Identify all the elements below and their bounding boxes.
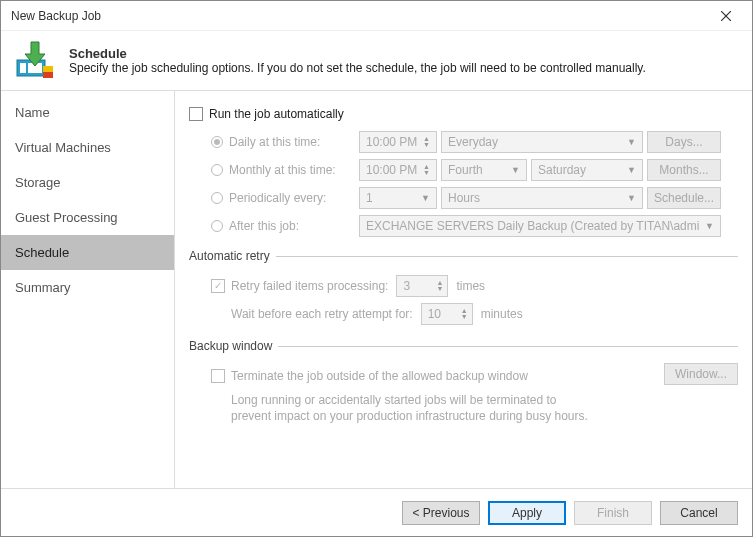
sidebar-item-storage[interactable]: Storage xyxy=(1,165,174,200)
retry-count-field: 3 ▲▼ xyxy=(396,275,448,297)
backup-window-description: Long running or accidentally started job… xyxy=(189,393,589,424)
wait-minutes-field: 10 ▲▼ xyxy=(421,303,473,325)
monthly-day-dropdown: Saturday ▼ xyxy=(531,159,643,181)
chevron-down-icon: ▼ xyxy=(511,165,520,175)
sidebar-item-summary[interactable]: Summary xyxy=(1,270,174,305)
spinner-icon: ▲▼ xyxy=(423,136,430,148)
svg-rect-5 xyxy=(43,66,53,72)
retry-failed-label: Retry failed items processing: xyxy=(231,279,388,293)
svg-rect-6 xyxy=(43,72,53,78)
monthly-label: Monthly at this time: xyxy=(229,163,359,177)
schedule-icon xyxy=(15,40,57,82)
finish-button: Finish xyxy=(574,501,652,525)
banner-title: Schedule xyxy=(69,46,646,61)
daily-time-field: 10:00 PM ▲▼ xyxy=(359,131,437,153)
period-count-dropdown: 1 ▼ xyxy=(359,187,437,209)
banner: Schedule Specify the job scheduling opti… xyxy=(1,31,752,91)
chevron-down-icon: ▼ xyxy=(627,165,636,175)
wizard-sidebar: Name Virtual Machines Storage Guest Proc… xyxy=(1,91,175,488)
days-button: Days... xyxy=(647,131,721,153)
after-job-label: After this job: xyxy=(229,219,359,233)
automatic-retry-legend: Automatic retry xyxy=(189,249,276,263)
wizard-footer: < Previous Apply Finish Cancel xyxy=(1,488,752,536)
wait-label: Wait before each retry attempt for: xyxy=(231,307,413,321)
close-button[interactable] xyxy=(706,2,746,30)
previous-button[interactable]: < Previous xyxy=(402,501,480,525)
sidebar-item-virtual-machines[interactable]: Virtual Machines xyxy=(1,130,174,165)
period-unit-dropdown: Hours ▼ xyxy=(441,187,643,209)
after-job-radio xyxy=(211,220,223,232)
spinner-icon: ▲▼ xyxy=(436,280,443,292)
sidebar-item-schedule[interactable]: Schedule xyxy=(1,235,174,270)
daily-recurrence-dropdown: Everyday ▼ xyxy=(441,131,643,153)
sidebar-item-name[interactable]: Name xyxy=(1,95,174,130)
terminate-checkbox xyxy=(211,369,225,383)
retry-failed-checkbox: ✓ xyxy=(211,279,225,293)
after-job-dropdown: EXCHANGE SERVERS Daily Backup (Created b… xyxy=(359,215,721,237)
spinner-icon: ▲▼ xyxy=(461,308,468,320)
schedule-button: Schedule... xyxy=(647,187,721,209)
terminate-label: Terminate the job outside of the allowed… xyxy=(231,369,528,383)
chevron-down-icon: ▼ xyxy=(421,193,430,203)
run-automatically-label: Run the job automatically xyxy=(209,107,344,121)
monthly-ordinal-dropdown: Fourth ▼ xyxy=(441,159,527,181)
window-button: Window... xyxy=(664,363,738,385)
apply-button[interactable]: Apply xyxy=(488,501,566,525)
daily-label: Daily at this time: xyxy=(229,135,359,149)
automatic-retry-group: Automatic retry ✓ Retry failed items pro… xyxy=(189,249,738,329)
chevron-down-icon: ▼ xyxy=(627,137,636,147)
monthly-time-field: 10:00 PM ▲▼ xyxy=(359,159,437,181)
daily-radio xyxy=(211,136,223,148)
chevron-down-icon: ▼ xyxy=(705,221,714,231)
wait-minutes-suffix: minutes xyxy=(481,307,523,321)
chevron-down-icon: ▼ xyxy=(627,193,636,203)
cancel-button[interactable]: Cancel xyxy=(660,501,738,525)
backup-window-group: Backup window Terminate the job outside … xyxy=(189,339,738,424)
spinner-icon: ▲▼ xyxy=(423,164,430,176)
months-button: Months... xyxy=(647,159,721,181)
periodically-radio xyxy=(211,192,223,204)
sidebar-item-guest-processing[interactable]: Guest Processing xyxy=(1,200,174,235)
monthly-radio xyxy=(211,164,223,176)
titlebar: New Backup Job xyxy=(1,1,752,31)
backup-window-legend: Backup window xyxy=(189,339,278,353)
main-panel: Run the job automatically Daily at this … xyxy=(175,91,752,488)
svg-rect-3 xyxy=(20,63,26,73)
close-icon xyxy=(721,11,731,21)
retry-times-suffix: times xyxy=(456,279,485,293)
periodically-label: Periodically every: xyxy=(229,191,359,205)
run-automatically-checkbox[interactable] xyxy=(189,107,203,121)
banner-description: Specify the job scheduling options. If y… xyxy=(69,61,646,75)
window-title: New Backup Job xyxy=(11,9,101,23)
